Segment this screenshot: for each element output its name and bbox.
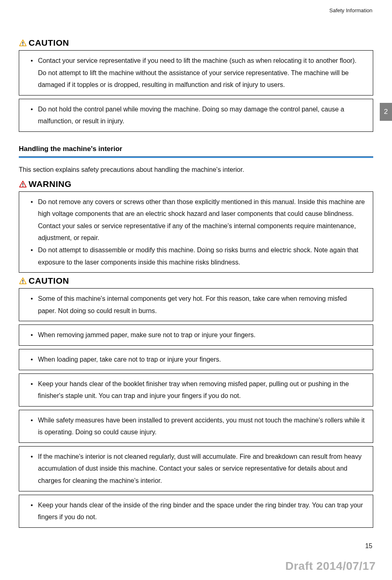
caution-header-1: CAUTION <box>19 38 373 48</box>
warning-header: WARNING <box>19 179 373 189</box>
notice-item: Do not attempt to disassemble or modify … <box>32 244 365 268</box>
draft-stamp: Draft 2014/07/17 <box>285 560 376 573</box>
notice-item: Keep your hands clear of the booklet fin… <box>32 378 365 402</box>
notice-item: While safety measures have been installe… <box>32 414 365 438</box>
caution-label: CAUTION <box>29 276 69 286</box>
section-rule <box>19 156 373 158</box>
caution-box-2-7: Keep your hands clear of the inside of t… <box>19 495 373 528</box>
section-heading: Handling the machine's interior <box>19 145 373 153</box>
caution-box-2-3: When loading paper, take care not to tra… <box>19 349 373 370</box>
caution-box-2-6: If the machine's interior is not cleaned… <box>19 446 373 491</box>
notice-item: When loading paper, take care not to tra… <box>32 353 365 366</box>
page-number: 15 <box>365 542 372 550</box>
notice-item: Do not remove any covers or screws other… <box>32 196 365 244</box>
svg-point-1 <box>22 44 23 45</box>
chapter-tab: 2 <box>380 103 392 121</box>
svg-point-3 <box>22 185 23 186</box>
notice-item: When removing jammed paper, make sure no… <box>32 329 365 341</box>
caution-label: CAUTION <box>29 38 69 48</box>
caution-box-1a: Contact your service representative if y… <box>19 50 373 96</box>
caution-icon <box>19 277 27 284</box>
caution-header-2: CAUTION <box>19 276 373 286</box>
caution-box-2-1: Some of this machine's internal componen… <box>19 288 373 321</box>
notice-item: Contact your service representative if y… <box>32 55 365 91</box>
caution-box-2-4: Keep your hands clear of the booklet fin… <box>19 373 373 407</box>
warning-label: WARNING <box>29 179 71 189</box>
section-intro: This section explains safety precautions… <box>19 164 373 175</box>
caution-box-2-5: While safety measures have been installe… <box>19 410 373 443</box>
warning-icon <box>19 180 27 188</box>
notice-item: Some of this machine's internal componen… <box>32 293 365 317</box>
notice-item: If the machine's interior is not cleaned… <box>32 451 365 487</box>
svg-point-5 <box>22 282 23 283</box>
caution-box-1b: Do not hold the control panel while movi… <box>19 99 373 132</box>
caution-box-2-2: When removing jammed paper, make sure no… <box>19 324 373 346</box>
warning-box: Do not remove any covers or screws other… <box>19 191 373 273</box>
notice-item: Do not hold the control panel while movi… <box>32 103 365 127</box>
notice-item: Keep your hands clear of the inside of t… <box>32 499 365 523</box>
header-section-label: Safety Information <box>19 7 373 13</box>
caution-icon <box>19 39 27 47</box>
